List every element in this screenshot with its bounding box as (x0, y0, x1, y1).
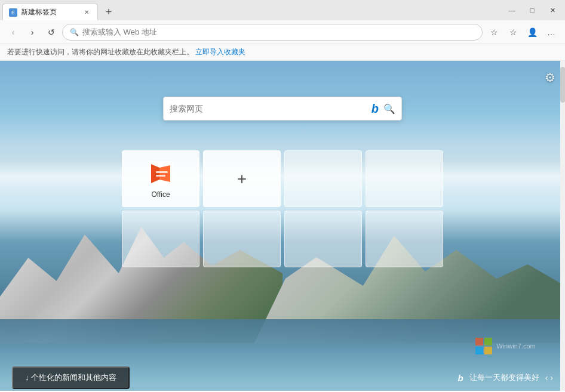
maximize-button[interactable]: □ (522, 2, 542, 18)
new-tab-button[interactable]: + (100, 4, 117, 20)
favorites-button[interactable]: ☆ (485, 24, 503, 41)
news-button[interactable]: ↓ 个性化的新闻和其他内容 (12, 366, 130, 389)
empty-tile-5[interactable] (284, 211, 362, 267)
quick-links-grid: Office + (122, 150, 443, 267)
empty-tile-2[interactable] (366, 150, 443, 207)
forward-button[interactable]: › (24, 24, 41, 41)
close-button[interactable]: ✕ (542, 2, 563, 18)
bottom-bar: ↓ 个性化的新闻和其他内容 b 让每一天都变得美好 ‹ › (0, 365, 565, 391)
svg-rect-6 (484, 347, 492, 354)
add-icon: + (237, 169, 247, 189)
add-tile[interactable]: + (203, 150, 281, 207)
windows-logo (475, 337, 493, 355)
svg-rect-4 (484, 338, 492, 345)
window-frame: E 新建标签页 ✕ + — □ ✕ ‹ › ↺ 🔍 ☆ ☆ (0, 0, 565, 391)
more-button[interactable]: … (542, 24, 560, 41)
page-settings-button[interactable]: ⚙ (545, 70, 555, 85)
profile-button[interactable]: 👤 (523, 24, 541, 41)
svg-rect-1 (156, 171, 168, 173)
search-address-icon: 🔍 (70, 28, 79, 36)
title-bar: E 新建标签页 ✕ + — □ ✕ (0, 0, 565, 20)
edge-icon: E (9, 8, 17, 17)
svg-rect-5 (475, 347, 483, 354)
tab-close-button[interactable]: ✕ (82, 8, 91, 17)
search-input[interactable] (170, 104, 367, 113)
search-button[interactable]: 🔍 (383, 103, 395, 115)
minimize-button[interactable]: — (502, 2, 522, 18)
watermark: Winwin7.com (446, 331, 565, 361)
search-box[interactable]: b 🔍 (163, 97, 402, 121)
empty-tile-6[interactable] (366, 211, 443, 267)
office-tile[interactable]: Office (122, 150, 199, 207)
search-container: b 🔍 (163, 97, 402, 121)
import-bookmarks-link[interactable]: 立即导入收藏夹 (195, 48, 245, 56)
prev-arrow[interactable]: ‹ (545, 373, 548, 382)
scrollbar-thumb[interactable] (560, 67, 565, 103)
office-label: Office (151, 190, 170, 199)
empty-tile-3[interactable] (122, 211, 199, 267)
nav-arrows: ‹ › (545, 373, 553, 382)
reading-list-button[interactable]: ☆ (504, 24, 522, 41)
bookmarks-message: 若要进行快速访问，请将你的网址收藏放在此收藏夹栏上。 (7, 48, 194, 56)
refresh-button[interactable]: ↺ (43, 24, 60, 41)
bing-logo: b (371, 102, 379, 116)
office-icon (146, 159, 175, 188)
empty-tile-4[interactable] (203, 211, 281, 267)
back-button[interactable]: ‹ (5, 24, 22, 41)
bookmarks-bar: 若要进行快速访问，请将你的网址收藏放在此收藏夹栏上。 立即导入收藏夹 (0, 44, 565, 61)
nav-bar: ‹ › ↺ 🔍 ☆ ☆ 👤 … (0, 20, 565, 44)
next-arrow[interactable]: › (550, 373, 553, 382)
page-content: ⚙ b 🔍 (0, 61, 565, 391)
watermark-text: Winwin7.com (496, 342, 535, 350)
news-label: ↓ 个性化的新闻和其他内容 (25, 372, 116, 383)
bing-bottom-logo: b (457, 373, 463, 383)
tab-label: 新建标签页 (21, 7, 78, 17)
address-input[interactable] (82, 27, 475, 36)
bottom-right: b 让每一天都变得美好 ‹ › (457, 372, 553, 383)
scrollbar[interactable] (560, 61, 565, 391)
tab-bar: E 新建标签页 ✕ + (2, 0, 502, 20)
slogan-text: 让每一天都变得美好 (469, 372, 539, 383)
nav-actions: ☆ ☆ 👤 … (485, 24, 560, 41)
window-controls: — □ ✕ (502, 2, 563, 18)
svg-rect-3 (475, 338, 483, 345)
empty-tile-1[interactable] (284, 150, 362, 207)
svg-rect-2 (156, 175, 165, 177)
active-tab[interactable]: E 新建标签页 ✕ (2, 4, 98, 20)
address-bar[interactable]: 🔍 (62, 24, 483, 41)
